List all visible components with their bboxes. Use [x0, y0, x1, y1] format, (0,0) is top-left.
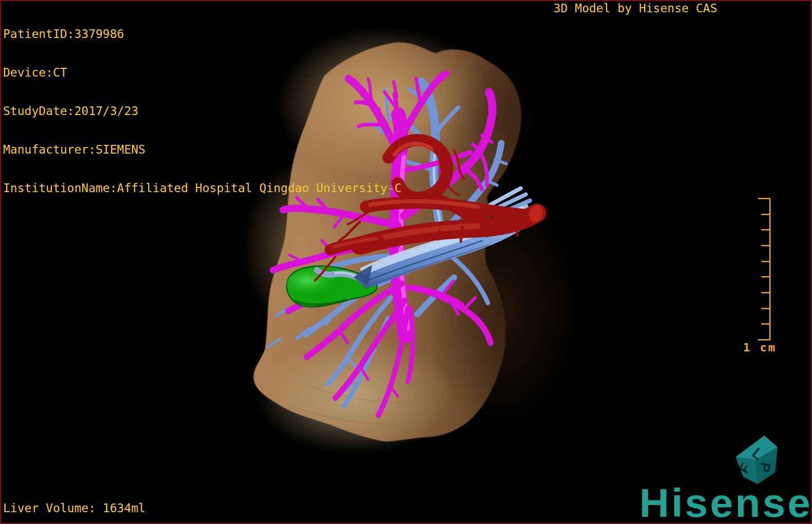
cas-3d-viewer-window: L F P PatientID:3379986 Device:CT StudyD…: [0, 0, 812, 524]
liver-volume-readout: Liver Volume: 1634ml: [3, 501, 145, 515]
manufacturer-line: Manufacturer:SIEMENS: [3, 143, 401, 156]
scene-title: 3D Model by Hisense CAS: [553, 2, 717, 15]
orientation-cube[interactable]: L F P: [735, 436, 778, 484]
patient-info-block: PatientID:3379986 Device:CT StudyDate:20…: [3, 2, 401, 220]
scale-ruler: [758, 198, 770, 340]
hisense-logo: Hisense: [639, 483, 812, 523]
scale-ruler-label: 1 cm: [743, 341, 777, 354]
device-line: Device:CT: [3, 66, 401, 79]
institution-line: InstitutionName:Affiliated Hospital Qing…: [3, 182, 401, 195]
patient-id-line: PatientID:3379986: [3, 28, 401, 41]
study-date-line: StudyDate:2017/3/23: [3, 105, 401, 118]
